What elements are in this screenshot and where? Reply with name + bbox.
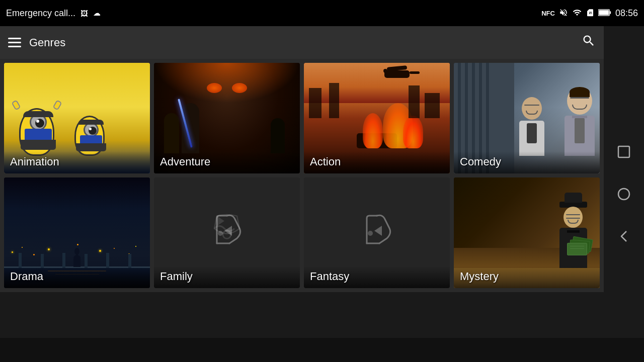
status-bar: Emergency call... 🖼 ☁ NFC 08:56	[0, 0, 644, 26]
svg-rect-2	[599, 10, 609, 15]
genre-card-family[interactable]: Family	[154, 177, 300, 288]
clock: 08:56	[615, 8, 638, 19]
genre-label-adventure: Adventure	[154, 151, 300, 173]
sim-icon	[586, 8, 594, 19]
genre-label-fantasy: Fantasy	[304, 266, 450, 288]
genre-label-drama: Drama	[4, 266, 150, 288]
battery-icon	[598, 9, 611, 18]
genre-label-animation: Animation	[4, 151, 150, 173]
svg-point-5	[368, 231, 373, 236]
main-area: Genres	[0, 26, 644, 362]
genre-label-family: Family	[154, 266, 300, 288]
genre-label-mystery: Mystery	[454, 266, 600, 288]
svg-point-7	[618, 189, 629, 200]
genre-card-action[interactable]: Action	[304, 63, 450, 173]
status-left: Emergency call... 🖼 ☁	[6, 8, 101, 19]
content-area: Genres	[0, 26, 604, 362]
status-app-name: Emergency call...	[6, 8, 75, 19]
svg-rect-6	[618, 146, 629, 157]
genre-card-mystery[interactable]: Mystery	[454, 177, 600, 288]
app-bar: Genres	[0, 26, 604, 59]
genre-card-comedy[interactable]: Comedy	[454, 63, 600, 173]
nav-back-button[interactable]	[613, 225, 635, 247]
genre-grid: Animation	[4, 63, 600, 288]
nav-bar	[604, 26, 644, 362]
genre-label-comedy: Comedy	[454, 151, 600, 173]
search-button[interactable]	[582, 34, 596, 51]
genre-card-fantasy[interactable]: Fantasy	[304, 177, 450, 288]
nav-square-button[interactable]	[613, 141, 635, 163]
genre-label-action: Action	[304, 151, 450, 173]
menu-button[interactable]	[8, 38, 21, 47]
status-right: NFC 08:56	[541, 8, 638, 19]
page-title: Genres	[29, 36, 574, 49]
download-icon: ☁	[93, 9, 101, 18]
nfc-icon: NFC	[541, 10, 555, 17]
svg-rect-1	[609, 11, 611, 14]
wifi-icon	[572, 8, 582, 19]
mute-icon	[559, 8, 568, 19]
genre-card-drama[interactable]: Drama	[4, 177, 150, 288]
genre-card-animation[interactable]: Animation	[4, 63, 150, 173]
genre-card-adventure[interactable]: Adventure	[154, 63, 300, 173]
nav-circle-button[interactable]	[613, 183, 635, 205]
photo-icon: 🖼	[80, 9, 88, 18]
bottom-bar	[0, 338, 644, 362]
genre-grid-container: Animation	[0, 59, 604, 292]
svg-point-4	[218, 231, 223, 236]
